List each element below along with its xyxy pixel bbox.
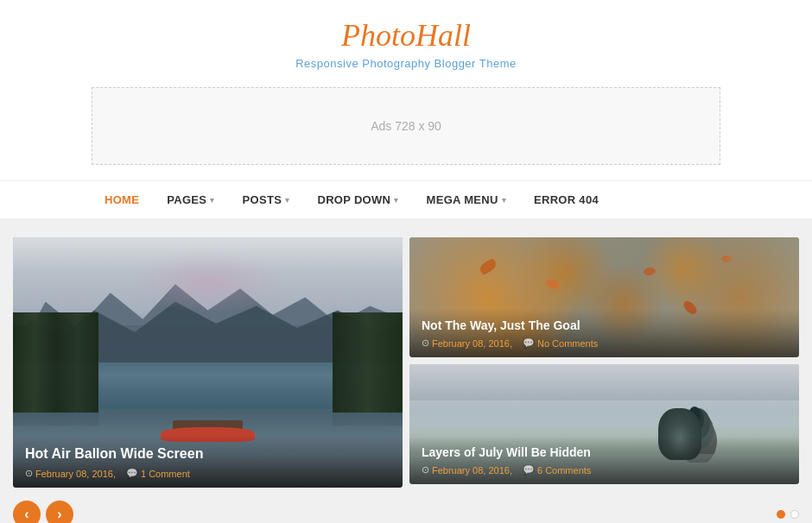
- card-small-2-overlay: Layers of July Will Be Hidden ⊙ February…: [409, 436, 799, 484]
- chevron-down-icon: ▾: [502, 196, 506, 205]
- site-tagline: Responsive Photography Blogger Theme: [0, 57, 812, 70]
- clock-icon: ⊙: [422, 337, 429, 349]
- card-small-2-comments-text: 6 Comments: [537, 465, 591, 476]
- nav-item-dropdown[interactable]: DROP DOWN ▾: [303, 181, 412, 218]
- nav-inner: HOME PAGES ▾ POSTS ▾ DROP DOWN ▾ MEGA ME…: [0, 181, 812, 218]
- card-small-2-date: ⊙ February 08, 2016,: [422, 464, 512, 476]
- card-big-title: Hot Air Ballon Wide Screen: [25, 445, 390, 463]
- nav-item-posts[interactable]: POSTS ▾: [229, 181, 304, 218]
- card-big-comments-text: 1 Comment: [141, 469, 190, 479]
- card-big-date: ⊙ February 08, 2016,: [25, 468, 116, 479]
- comment-icon: 💬: [126, 468, 138, 479]
- card-small-1-date-text: February 08, 2016,: [432, 338, 512, 349]
- pagination-row: ‹ ›: [13, 488, 799, 523]
- comment-icon: 💬: [523, 464, 535, 476]
- card-big-meta: ⊙ February 08, 2016, 💬 1 Comment: [25, 468, 390, 479]
- pagination-dots: [777, 510, 799, 519]
- card-big-overlay: Hot Air Ballon Wide Screen ⊙ February 08…: [13, 435, 403, 488]
- nav-item-error404[interactable]: ERROR 404: [520, 181, 612, 218]
- nav-label-posts: POSTS: [243, 193, 282, 206]
- card-small-1-title: Not The Way, Just The Goal: [422, 318, 787, 333]
- chevron-down-icon: ▾: [394, 196, 398, 205]
- chevron-down-icon: ▾: [210, 196, 214, 205]
- card-big[interactable]: Hot Air Ballon Wide Screen ⊙ February 08…: [13, 237, 403, 488]
- site-title: PhotoHall: [0, 17, 812, 54]
- card-big-comments: 💬 1 Comment: [126, 468, 190, 479]
- prev-button[interactable]: ‹: [13, 501, 41, 523]
- nav-item-pages[interactable]: PAGES ▾: [153, 181, 228, 218]
- nav-bar: HOME PAGES ▾ POSTS ▾ DROP DOWN ▾ MEGA ME…: [0, 180, 812, 220]
- dot-active: [777, 510, 785, 519]
- card-small-2[interactable]: Layers of July Will Be Hidden ⊙ February…: [409, 364, 799, 484]
- card-small-2-meta: ⊙ February 08, 2016, 💬 6 Comments: [422, 464, 787, 476]
- cards-right: Not The Way, Just The Goal ⊙ February 08…: [409, 237, 799, 488]
- chevron-down-icon: ▾: [285, 196, 289, 205]
- clock-icon: ⊙: [25, 468, 33, 479]
- card-small-1-comments-text: No Comments: [537, 338, 598, 349]
- card-small-1-meta: ⊙ February 08, 2016, 💬 No Comments: [422, 337, 787, 349]
- nav-item-home[interactable]: HOME: [91, 181, 153, 218]
- ads-banner-container: Ads 728 x 90: [0, 79, 812, 180]
- card-small-2-date-text: February 08, 2016,: [432, 465, 512, 476]
- nav-label-pages: PAGES: [167, 193, 206, 206]
- card-small-1-date: ⊙ February 08, 2016,: [422, 337, 512, 349]
- site-header: PhotoHall Responsive Photography Blogger…: [0, 0, 812, 79]
- nav-label-dropdown: DROP DOWN: [317, 193, 390, 206]
- next-button[interactable]: ›: [46, 501, 73, 523]
- nav-item-megamenu[interactable]: MEGA MENU ▾: [413, 181, 520, 218]
- pagination-arrows: ‹ ›: [13, 501, 73, 523]
- main-content: Hot Air Ballon Wide Screen ⊙ February 08…: [0, 220, 812, 523]
- card-small-2-comments: 💬 6 Comments: [523, 464, 591, 476]
- nav-label-megamenu: MEGA MENU: [427, 193, 498, 206]
- comment-icon: 💬: [523, 337, 535, 349]
- card-small-1-comments: 💬 No Comments: [523, 337, 598, 349]
- clock-icon: ⊙: [422, 464, 429, 476]
- cards-grid: Hot Air Ballon Wide Screen ⊙ February 08…: [13, 237, 799, 488]
- card-big-date-text: February 08, 2016,: [35, 469, 116, 479]
- dot-inactive: [790, 510, 799, 519]
- card-small-1[interactable]: Not The Way, Just The Goal ⊙ February 08…: [409, 237, 799, 357]
- ads-box: Ads 728 x 90: [92, 87, 720, 165]
- card-small-1-overlay: Not The Way, Just The Goal ⊙ February 08…: [409, 309, 799, 357]
- svg-point-6: [688, 406, 701, 424]
- nav-label-error404: ERROR 404: [534, 193, 599, 206]
- card-small-2-title: Layers of July Will Be Hidden: [422, 444, 787, 460]
- nav-label-home: HOME: [105, 193, 139, 206]
